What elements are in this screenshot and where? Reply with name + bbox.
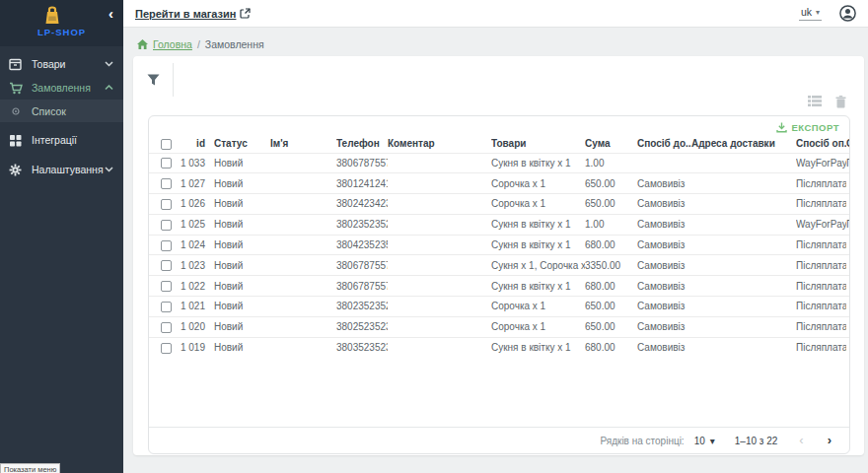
cell-id: 1 026 <box>177 194 214 215</box>
row-checkbox[interactable] <box>161 240 172 251</box>
col-header-payment: Спосіб оп... <box>796 135 846 153</box>
cell-sum: 680.00 <box>585 337 637 358</box>
cell-name <box>270 235 336 255</box>
cell-comment <box>388 297 491 317</box>
pagination-bar: Рядків на сторінці: 10 ▾ 1–10 з 22 ‹ › <box>149 427 849 453</box>
shopping-bag-logo-icon <box>43 6 61 29</box>
row-checkbox[interactable] <box>161 199 172 210</box>
table-row[interactable]: 1 025Новий380235235235Сукня в квітку x 1… <box>149 214 849 235</box>
cell-phone: 380678755722 <box>336 255 388 276</box>
table-row[interactable]: 1 027Новий380124124124Сорочка x 1650.00С… <box>149 173 849 194</box>
caret-down-icon: ▾ <box>710 436 715 446</box>
view-list-icon[interactable] <box>808 96 822 108</box>
table-row[interactable]: 1 021Новий380235235235Сорочка x 1650.00С… <box>149 297 849 317</box>
table-row[interactable]: 1 026Новий380242342342Сорочка x 1650.00С… <box>149 194 849 215</box>
sidebar-item-integrations[interactable]: Інтеграції <box>0 128 123 152</box>
breadcrumb-separator: / <box>197 38 200 50</box>
cell-id: 1 020 <box>177 316 214 337</box>
trash-icon[interactable] <box>835 96 846 108</box>
sidebar-item-settings[interactable]: Налаштування <box>0 158 123 181</box>
language-value: uk <box>801 6 812 18</box>
cell-payment: Післяплата <box>796 337 846 358</box>
sidebar-item-orders[interactable]: Замовлення <box>0 76 123 100</box>
filter-button[interactable] <box>133 74 173 86</box>
row-checkbox[interactable] <box>161 158 172 169</box>
topbar: Перейти в магазин uk ▾ <box>123 0 868 28</box>
previous-page-button[interactable]: ‹ <box>799 436 803 445</box>
cell-payment: WayForPay <box>796 214 846 235</box>
export-button[interactable]: ЕКСПОРТ <box>776 122 839 133</box>
rows-per-page-label: Рядків на сторінці: <box>600 436 684 446</box>
store-link-label: Перейти в магазин <box>135 8 236 20</box>
cell-products: Сукня в квітку x 1 <box>491 235 585 255</box>
row-checkbox[interactable] <box>161 178 172 189</box>
col-header-products: Товари <box>491 135 585 153</box>
row-checkbox[interactable] <box>161 322 172 333</box>
cell-address <box>691 255 796 276</box>
col-header-id: id <box>177 135 214 153</box>
cell-address <box>691 276 796 297</box>
table-row[interactable]: 1 023Новий380678755722Сукня x 1, Сорочка… <box>149 255 849 276</box>
cell-pstatus: П <box>846 214 849 235</box>
cell-status: Новий <box>214 153 270 173</box>
cell-pstatus <box>846 337 849 358</box>
cell-id: 1 021 <box>177 297 214 317</box>
table-row[interactable]: 1 033Новий380678755765Сукня в квітку x 1… <box>149 153 849 173</box>
sidebar-item-label: Інтеграції <box>32 134 115 146</box>
next-page-button[interactable]: › <box>828 436 832 445</box>
table-row[interactable]: 1 024Новий380423523523Сукня в квітку x 1… <box>149 235 849 255</box>
cell-products: Сукня в квітку x 1 <box>491 276 585 297</box>
row-checkbox[interactable] <box>161 302 172 312</box>
table-row[interactable]: 1 022Новий380678755765Сукня в квітку x 1… <box>149 276 849 297</box>
row-checkbox[interactable] <box>161 343 172 354</box>
cell-status: Новий <box>214 173 270 194</box>
cell-address <box>691 153 796 173</box>
table-empty-space <box>149 358 849 427</box>
col-header-delivery: Спосіб до... <box>637 135 691 153</box>
cell-products: Сорочка x 1 <box>491 173 585 194</box>
col-header-address: Адреса доставки <box>691 135 796 153</box>
cell-sum: 1.00 <box>585 214 637 235</box>
cell-comment <box>388 276 491 297</box>
cell-id: 1 025 <box>177 214 214 235</box>
cell-products: Сукня x 1, Сорочка x 4 <box>491 255 585 276</box>
rows-per-page-select[interactable]: 10 ▾ <box>694 436 715 446</box>
sidebar-subitem-label: Список <box>32 105 66 117</box>
language-select[interactable]: uk ▾ <box>799 6 822 21</box>
table-row[interactable]: 1 020Новий380252352352Сорочка x 1650.00С… <box>149 316 849 337</box>
cell-id: 1 024 <box>177 235 214 255</box>
cell-address <box>691 173 796 194</box>
chevron-down-icon <box>105 167 113 172</box>
cell-address <box>691 297 796 317</box>
chevron-up-icon <box>105 85 113 91</box>
logo-text: LP-SHOP <box>0 27 123 37</box>
account-circle-icon[interactable] <box>839 5 856 22</box>
table-row[interactable]: 1 019Новий380352352353Сукня в квітку x 1… <box>149 337 849 358</box>
cell-delivery: Самовивіз <box>637 337 691 358</box>
col-header-phone: Телефон <box>336 135 388 153</box>
row-checkbox[interactable] <box>161 260 172 271</box>
cell-status: Новий <box>214 214 270 235</box>
cell-pstatus <box>846 255 849 276</box>
go-to-store-link[interactable]: Перейти в магазин <box>135 8 251 20</box>
sidebar-menu: Товари Замовлення Список Інтегра <box>0 46 123 181</box>
row-checkbox[interactable] <box>161 281 172 292</box>
select-all-checkbox[interactable] <box>161 139 172 150</box>
toolbar-divider <box>173 63 174 97</box>
cell-comment <box>388 337 491 358</box>
cell-delivery: Самовивіз <box>637 214 691 235</box>
cell-pstatus <box>846 173 849 194</box>
gear-icon <box>8 164 23 176</box>
cell-name <box>270 297 336 317</box>
breadcrumb-home-link[interactable]: Головна <box>153 38 192 50</box>
sidebar-subitem-list[interactable]: Список <box>0 100 123 122</box>
sidebar-collapse-button[interactable]: ‹ <box>108 7 113 21</box>
cell-phone: 380678755765 <box>336 276 388 297</box>
sidebar-item-products[interactable]: Товари <box>0 52 123 76</box>
cell-phone: 380124124124 <box>336 173 388 194</box>
row-checkbox[interactable] <box>161 220 172 231</box>
cell-name <box>270 173 336 194</box>
cell-products: Сукня в квітку x 1 <box>491 153 585 173</box>
sidebar-item-label: Товари <box>32 58 105 70</box>
table-scroll-area[interactable]: id Статус Ім'я Телефон Коментар Товари С… <box>149 135 849 358</box>
